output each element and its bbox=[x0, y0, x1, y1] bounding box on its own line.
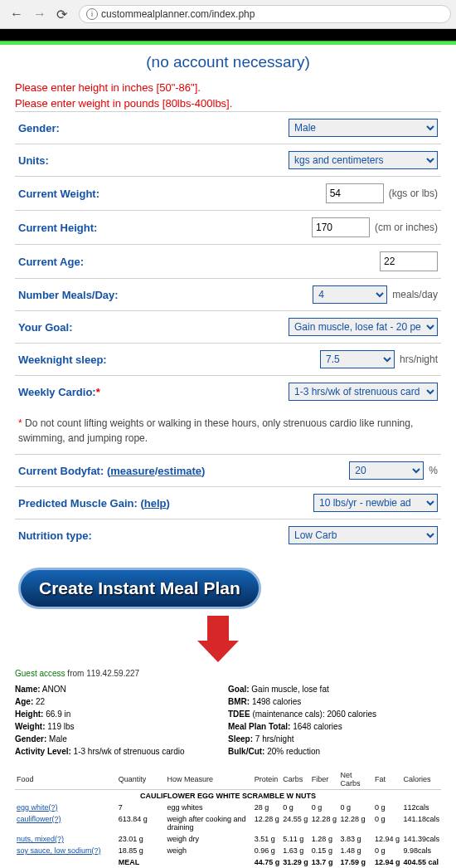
forward-button[interactable]: → bbox=[28, 7, 51, 22]
table-row: cauliflower(?)613.84 gweigh after cookin… bbox=[15, 813, 441, 833]
label-bodyfat: Current Bodyfat: (measure/estimate) bbox=[18, 465, 349, 477]
link-estimate[interactable]: estimate bbox=[158, 465, 201, 477]
arrow-icon bbox=[197, 616, 239, 666]
reload-button[interactable]: ⟳ bbox=[51, 7, 72, 22]
label-ntype: Nutrition type: bbox=[18, 529, 289, 542]
select-musclegain[interactable]: 10 lbs/yr - newbie ad bbox=[313, 494, 438, 512]
label-cardio: Weekly Cardio:* bbox=[18, 386, 289, 398]
suffix-height: (cm or inches) bbox=[370, 222, 438, 233]
label-meals: Number Meals/Day: bbox=[18, 289, 313, 301]
food-link[interactable]: egg white(?) bbox=[17, 803, 58, 812]
select-goal[interactable]: Gain muscle, lose fat - 20 pe bbox=[289, 318, 438, 336]
suffix-bodyfat: % bbox=[424, 465, 438, 476]
food-link[interactable]: cauliflower(?) bbox=[17, 815, 61, 823]
input-age[interactable] bbox=[380, 251, 438, 271]
label-height: Current Height: bbox=[18, 222, 312, 234]
label-units: Units: bbox=[18, 154, 289, 167]
table-row: soy sauce, low sodium(?)18.85 gweigh0.96… bbox=[15, 845, 441, 856]
info-icon: i bbox=[86, 8, 98, 20]
label-musclegain: Predicted Muscle Gain: (help) bbox=[18, 497, 313, 510]
url-text: custommealplanner.com/index.php bbox=[101, 8, 255, 20]
create-meal-plan-button[interactable]: Create Instant Meal Plan bbox=[18, 568, 261, 609]
label-weight: Current Weight: bbox=[18, 188, 326, 200]
meal-table: FoodQuantityHow MeasureProteinCarbsFiber… bbox=[15, 769, 441, 868]
food-link[interactable]: nuts, mixed(?) bbox=[17, 835, 64, 843]
error-weight: Please enter weight in pounds [80lbs-400… bbox=[15, 95, 441, 111]
page-subtitle: (no account necessary) bbox=[15, 48, 441, 80]
back-button[interactable]: ← bbox=[5, 7, 28, 22]
select-gender[interactable]: Male bbox=[289, 119, 438, 137]
table-row: nuts, mixed(?)23.01 gweigh dry3.51 g5.11… bbox=[15, 833, 441, 845]
select-cardio[interactable]: 1-3 hrs/wk of strenuous card bbox=[289, 383, 438, 401]
guest-access: Guest access from 119.42.59.227 bbox=[15, 669, 441, 678]
label-age: Current Age: bbox=[18, 256, 380, 268]
label-gender: Gender: bbox=[18, 122, 289, 134]
select-meals[interactable]: 4 bbox=[313, 285, 387, 304]
header-strip bbox=[0, 29, 456, 41]
select-units[interactable]: kgs and centimeters bbox=[289, 151, 438, 169]
select-sleep[interactable]: 7.5 bbox=[320, 350, 395, 368]
input-weight[interactable] bbox=[326, 183, 384, 203]
food-link[interactable]: soy sauce, low sodium(?) bbox=[17, 846, 101, 855]
error-height: Please enter height in inches [50"-86"]. bbox=[15, 80, 441, 95]
select-ntype[interactable]: Low Carb bbox=[289, 526, 438, 544]
suffix-meals: meals/day bbox=[387, 289, 438, 300]
label-goal: Your Goal: bbox=[18, 321, 289, 334]
table-row: egg white(?)7egg whites28 g0 g0 g0 g0 g1… bbox=[15, 802, 441, 813]
select-bodyfat[interactable]: 20 bbox=[349, 461, 424, 480]
user-summary: Name: ANONAge: 22Height: 66.9 inWeight: … bbox=[15, 683, 441, 758]
link-help[interactable]: help bbox=[144, 497, 167, 510]
cardio-note: * Do not count lifting weights or walkin… bbox=[15, 407, 441, 454]
link-measure[interactable]: measure bbox=[110, 465, 154, 477]
suffix-sleep: hrs/night bbox=[395, 354, 438, 365]
suffix-weight: (kgs or lbs) bbox=[384, 188, 438, 199]
input-height[interactable] bbox=[312, 217, 370, 237]
browser-chrome: ← → ⟳ i custommealplanner.com/index.php bbox=[0, 0, 456, 29]
label-sleep: Weeknight sleep: bbox=[18, 354, 320, 366]
url-bar[interactable]: i custommealplanner.com/index.php bbox=[79, 5, 451, 23]
